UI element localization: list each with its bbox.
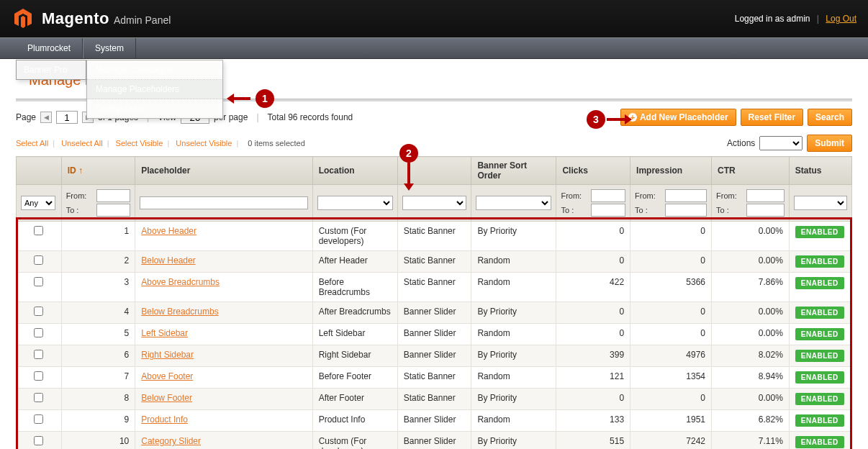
table-row[interactable]: 8Below FooterAfter FooterStatic BannerBy… xyxy=(17,389,852,410)
col-clicks[interactable]: Clicks xyxy=(556,157,630,185)
row-checkbox[interactable] xyxy=(34,226,43,235)
cell-clicks: 0 xyxy=(556,302,630,324)
placeholder-link[interactable]: Above Breadcrumbs xyxy=(141,277,220,287)
table-row[interactable]: 4Below BreadcrumbsAfter BreadcrumbsBanne… xyxy=(17,302,852,324)
placeholder-link[interactable]: Left Sidebar xyxy=(141,328,188,338)
cell-sort: Random xyxy=(471,367,556,389)
submit-button[interactable]: Submit xyxy=(807,135,852,152)
col-impression[interactable]: Impression xyxy=(630,157,712,185)
cell-id: 1 xyxy=(61,222,135,251)
cell-clicks: 0 xyxy=(556,222,630,251)
selected-count: 0 items selected xyxy=(248,139,304,148)
dropdown-level1[interactable]: Banner Pro Manage Campaigns Manage Place… xyxy=(16,60,86,80)
filter-clicks-from[interactable] xyxy=(591,189,625,202)
placeholder-link[interactable]: Below Footer xyxy=(141,393,192,403)
filter-ctr-from[interactable] xyxy=(746,189,785,202)
filter-status[interactable] xyxy=(794,196,847,210)
cell-sort: Random xyxy=(471,251,556,273)
cell-impression: 0 xyxy=(630,324,712,345)
row-checkbox[interactable] xyxy=(34,393,43,402)
select-visible-link[interactable]: Select Visible xyxy=(116,139,163,148)
cell-type: Static Banner xyxy=(397,367,471,389)
cell-location: After Header xyxy=(312,251,397,273)
cell-impression: 7242 xyxy=(630,432,712,450)
row-checkbox[interactable] xyxy=(34,371,43,381)
add-placeholder-button[interactable]: +Add New Placeholder xyxy=(620,109,736,126)
table-row[interactable]: 3Above BreadcrumbsBefore BreadcrumbsStat… xyxy=(17,273,852,302)
filter-imp-from[interactable] xyxy=(665,189,707,202)
col-id[interactable]: ID ↑ xyxy=(61,157,135,185)
dropdown-banner-pro[interactable]: Banner Pro xyxy=(17,60,86,79)
cell-location: Left Sidebar xyxy=(312,324,397,345)
cell-location: Right Sidebar xyxy=(312,345,397,367)
filter-ctr-to[interactable] xyxy=(746,204,785,217)
cell-ctr: 6.82% xyxy=(712,410,790,432)
placeholder-link[interactable]: Category Slider xyxy=(141,436,201,446)
placeholder-link[interactable]: Below Breadcrumbs xyxy=(141,307,218,317)
brand-name: Magento xyxy=(42,9,109,28)
status-badge: ENABLED xyxy=(795,393,844,405)
unselect-all-link[interactable]: Unselect All xyxy=(61,139,102,148)
cell-sort: By Priority xyxy=(471,432,556,450)
filter-location[interactable] xyxy=(317,196,393,210)
row-checkbox[interactable] xyxy=(34,277,43,286)
page-label: Page xyxy=(16,112,36,122)
actions-select[interactable] xyxy=(759,136,803,150)
filter-clicks-to[interactable] xyxy=(591,204,625,217)
placeholder-link[interactable]: Above Footer xyxy=(141,371,193,381)
sort-asc-icon: ↑ xyxy=(78,165,83,176)
cell-sort: Random xyxy=(471,324,556,345)
col-placeholder[interactable]: Placeholder xyxy=(135,157,312,185)
table-row[interactable]: 1Above HeaderCustom (For developers)Stat… xyxy=(17,222,852,251)
cell-impression: 5366 xyxy=(630,273,712,302)
filter-id-to[interactable] xyxy=(96,204,131,217)
filter-type[interactable] xyxy=(402,196,467,210)
row-checkbox[interactable] xyxy=(34,307,43,316)
table-row[interactable]: 7Above FooterBefore FooterStatic BannerR… xyxy=(17,367,852,389)
filter-imp-to[interactable] xyxy=(665,204,707,217)
search-button[interactable]: Search xyxy=(808,109,852,126)
cell-location: After Footer xyxy=(312,389,397,410)
cell-ctr: 7.86% xyxy=(712,273,790,302)
menu-configuration[interactable]: Configuration xyxy=(87,99,222,118)
unselect-visible-link[interactable]: Unselect Visible xyxy=(176,139,232,148)
logout-link[interactable]: Log Out xyxy=(826,14,856,24)
row-checkbox[interactable] xyxy=(34,436,43,445)
cell-impression: 0 xyxy=(630,222,712,251)
placeholder-link[interactable]: Product Info xyxy=(141,414,188,425)
actions-label: Actions xyxy=(727,138,755,148)
filter-any-select[interactable]: Any xyxy=(21,196,55,210)
filter-sort[interactable] xyxy=(476,196,551,210)
cell-ctr: 0.00% xyxy=(712,222,790,251)
table-row[interactable]: 5Left SidebarLeft SidebarBanner SliderRa… xyxy=(17,324,852,345)
placeholder-link[interactable]: Right Sidebar xyxy=(141,350,194,360)
filter-placeholder[interactable] xyxy=(140,196,307,209)
cell-id: 2 xyxy=(61,251,135,273)
page-prev-button[interactable]: ◀ xyxy=(40,112,52,123)
table-row[interactable]: 2Below HeaderAfter HeaderStatic BannerRa… xyxy=(17,251,852,273)
col-location[interactable]: Location xyxy=(312,157,397,185)
nav-plumrocket[interactable]: Plumrocket xyxy=(16,38,83,58)
menu-manage-campaigns[interactable]: Manage Campaigns xyxy=(87,60,222,80)
placeholder-link[interactable]: Above Header xyxy=(141,226,196,236)
col-ctr[interactable]: CTR xyxy=(712,157,790,185)
placeholder-link[interactable]: Below Header xyxy=(141,255,195,266)
filter-id-from[interactable] xyxy=(96,189,131,202)
table-row[interactable]: 9Product InfoProduct InfoBanner SliderRa… xyxy=(17,410,852,432)
row-checkbox[interactable] xyxy=(34,328,43,337)
nav-system[interactable]: System xyxy=(83,38,136,58)
select-all-link[interactable]: Select All xyxy=(16,139,48,148)
cell-impression: 4976 xyxy=(630,345,712,367)
table-row[interactable]: 10Category SliderCustom (For developers)… xyxy=(17,432,852,450)
row-checkbox[interactable] xyxy=(34,414,43,424)
menu-manage-placeholders[interactable]: Manage Placeholders xyxy=(87,80,222,99)
table-row[interactable]: 6Right SidebarRight SidebarBanner Slider… xyxy=(17,345,852,367)
cell-type: Banner Slider xyxy=(397,432,471,450)
col-status[interactable]: Status xyxy=(789,157,851,185)
reset-filter-button[interactable]: Reset Filter xyxy=(741,109,803,126)
page-number-input[interactable] xyxy=(56,111,78,124)
col-sort-order[interactable]: Banner Sort Order xyxy=(471,157,556,185)
row-checkbox[interactable] xyxy=(34,255,43,265)
col-checkbox xyxy=(17,157,62,185)
row-checkbox[interactable] xyxy=(34,350,43,359)
